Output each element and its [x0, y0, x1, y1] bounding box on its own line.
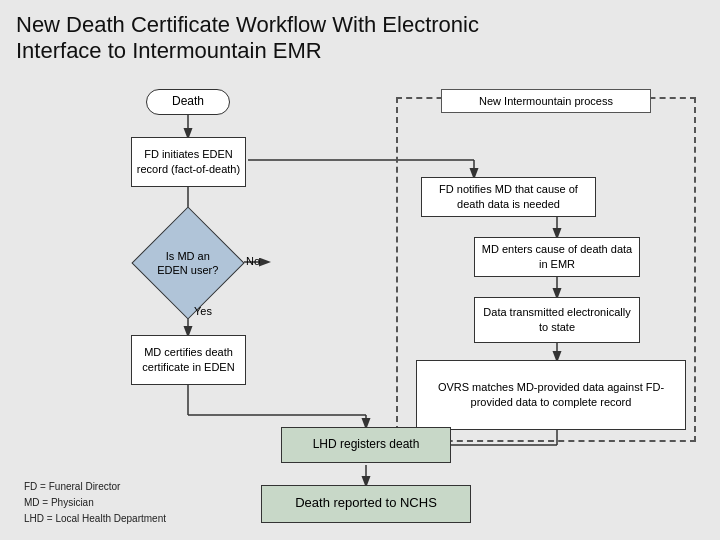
fd-notifies-box: FD notifies MD that cause of death data …: [421, 177, 596, 217]
new-intermountain-box: New Intermountain process: [441, 89, 651, 113]
death-box: Death: [146, 89, 230, 115]
md-enters-box: MD enters cause of death data in EMR: [474, 237, 640, 277]
fd-initiates-box: FD initiates EDEN record (fact-of-death): [131, 137, 246, 187]
flowchart: Death FD initiates EDEN record (fact-of-…: [16, 75, 704, 535]
is-md-diamond: Is MD an EDEN user?: [131, 206, 244, 319]
md-certifies-box: MD certifies death certificate in EDEN: [131, 335, 246, 385]
death-reported-box: Death reported to NCHS: [261, 485, 471, 523]
legend: FD = Funeral Director MD = Physician LHD…: [24, 479, 166, 527]
data-transmitted-box: Data transmitted electronically to state: [474, 297, 640, 343]
slide: New Death Certificate Workflow With Elec…: [0, 0, 720, 540]
yes-label: Yes: [194, 305, 212, 317]
slide-title: New Death Certificate Workflow With Elec…: [16, 12, 704, 65]
ovrs-matches-box: OVRS matches MD-provided data against FD…: [416, 360, 686, 430]
lhd-registers-box: LHD registers death: [281, 427, 451, 463]
no-label: No: [246, 255, 260, 267]
